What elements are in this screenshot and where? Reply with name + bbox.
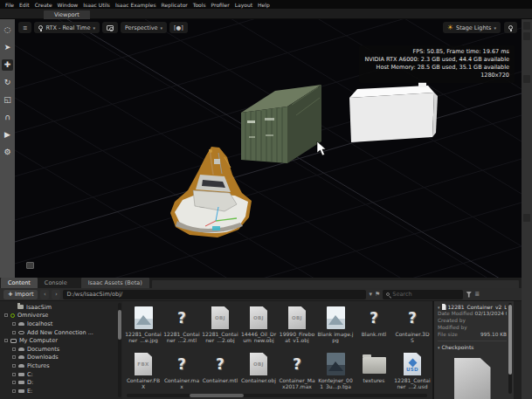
file-item[interactable]: USD12281_Container_...2.usd — [393, 349, 432, 396]
details-created-by: Created by — [438, 317, 507, 324]
viewport-toolbar: ≡ RTX - Real Time ▾ Perspective ▾ [●] — [18, 22, 188, 33]
expand-box-icon[interactable] — [4, 339, 8, 342]
forward-button[interactable]: › — [52, 290, 60, 299]
menu-edit[interactable]: Edit — [17, 2, 32, 8]
file-item[interactable]: ?Blank.mtl — [355, 303, 393, 349]
expand-box-icon[interactable] — [12, 322, 16, 326]
stage-lights-dropdown[interactable]: ☀ Stage Lights ▾ — [443, 22, 501, 33]
file-item[interactable]: 12281_Container_...e.jpg — [124, 303, 162, 349]
path-input[interactable]: D:/ws/IsaacSim/obj/ — [63, 290, 366, 299]
expand-box-icon[interactable] — [12, 355, 16, 359]
light-toggle-button[interactable] — [504, 22, 517, 33]
menu-tools[interactable]: Tools — [190, 2, 209, 8]
expand-box-icon[interactable] — [12, 364, 16, 368]
details-header[interactable]: ▾ 12281_Container_v2_L2.usd — [438, 304, 507, 310]
grid-horizontal-scrollbar[interactable] — [127, 394, 427, 397]
file-badge: OBJ — [253, 315, 264, 320]
search-input[interactable]: Search — [383, 290, 463, 299]
menu-create[interactable]: Create — [32, 2, 55, 8]
file-item[interactable]: ?Container.max — [162, 349, 201, 396]
renderer-dropdown[interactable]: RTX - Real Time ▾ — [34, 22, 99, 33]
viewport-3d[interactable]: ≡ RTX - Real Time ▾ Perspective ▾ [●] ☀ … — [15, 19, 522, 278]
expand-box-icon[interactable] — [12, 373, 16, 376]
path-dropdown-button[interactable]: ▾ — [369, 291, 372, 298]
menu-help[interactable]: Help — [255, 2, 273, 8]
back-icon: ‹ — [44, 291, 46, 298]
tree-item-documents[interactable]: Documents — [0, 345, 122, 354]
camera-dropdown[interactable]: Perspective ▾ — [121, 22, 167, 33]
tree-scrollbar[interactable] — [118, 303, 121, 397]
menu-profiler[interactable]: Profiler — [209, 2, 232, 8]
tree-item-drive-e[interactable]: E: — [0, 387, 122, 396]
stage-lights-label: Stage Lights — [456, 24, 491, 31]
menu-file[interactable]: File — [3, 2, 17, 8]
navigation-widget[interactable] — [26, 262, 34, 269]
expand-box-icon[interactable] — [12, 389, 16, 393]
camera-settings-button[interactable] — [102, 22, 118, 33]
move-tool-icon[interactable]: ✚ — [2, 59, 13, 71]
import-button[interactable]: + Import — [3, 290, 38, 299]
file-item[interactable]: textures — [355, 349, 393, 396]
tree-label: Omniverse — [17, 312, 48, 319]
rotate-tool-icon[interactable]: ↻ — [2, 77, 13, 88]
file-name: 12281_Container_...e.jpg — [125, 331, 162, 343]
tree-item-downloads[interactable]: Downloads — [0, 354, 122, 362]
file-item[interactable]: ?12281_Container_...2.mtl — [162, 303, 201, 349]
play-button-icon[interactable]: ▶ — [2, 129, 13, 141]
select-tool-icon[interactable]: ➤ — [2, 42, 13, 53]
scrollbar-thumb[interactable] — [118, 310, 121, 340]
capture-button[interactable]: [●] — [169, 22, 188, 33]
physics-tool-icon[interactable]: ⚙ — [2, 147, 13, 158]
tab-viewport[interactable]: Viewport — [44, 10, 90, 19]
expand-box-icon[interactable] — [4, 313, 8, 317]
tree-item-pictures[interactable]: Pictures — [0, 361, 122, 370]
tree-item-add-connection[interactable]: Add New Connection ... — [0, 328, 122, 337]
expand-box-icon[interactable] — [12, 381, 16, 384]
viewport-menu-button[interactable]: ≡ — [18, 22, 31, 33]
bookmark-icon[interactable]: ⚑ — [375, 291, 380, 298]
details-file-size: File size 995.10 KB — [438, 331, 507, 338]
menu-isaac-utils[interactable]: Isaac Utils — [80, 2, 113, 8]
tree-item-drive-d[interactable]: D: — [0, 378, 122, 387]
file-item[interactable]: OBJContainer.obj — [239, 349, 278, 396]
usd-file-icon — [442, 304, 446, 310]
menu-isaac-examples[interactable]: Isaac Examples — [113, 2, 159, 8]
tab-isaac-assets[interactable]: Isaac Assets (Beta) — [81, 278, 149, 288]
tree-item-my-computer[interactable]: My Computer — [0, 336, 122, 345]
expand-box-icon[interactable] — [12, 331, 16, 334]
menu-layout[interactable]: Layout — [232, 2, 255, 8]
scale-tool-icon[interactable]: ◱ — [2, 94, 13, 106]
tab-console[interactable]: Console — [38, 278, 74, 288]
focus-tool-icon[interactable]: ◌ — [2, 24, 13, 36]
snap-tool-icon[interactable]: ∩ — [2, 112, 13, 123]
tree-item-localhost[interactable]: localhost — [0, 320, 122, 328]
file-item[interactable]: Kontejner_001_3u...p.tga — [316, 349, 355, 396]
file-item[interactable]: OBJ12281_Container_...2.obj — [201, 303, 239, 349]
file-name: 14446_Oil_Drum_new.obj — [240, 331, 277, 343]
details-scrollbar[interactable] — [508, 303, 512, 394]
file-item[interactable]: OBJ14446_Oil_Drum_new.obj — [239, 303, 278, 349]
checkpoints-section-header[interactable]: ▾ Checkpoints — [438, 344, 507, 350]
file-item[interactable]: OBJ19990_Fireboat_v1.obj — [278, 303, 316, 349]
file-item[interactable]: ?Container.mtl — [201, 349, 239, 396]
file-item[interactable]: ?Container_Max2017.max — [278, 349, 316, 396]
file-item[interactable]: Blank image.jpg — [316, 303, 355, 349]
tree-item-isaacsim[interactable]: IsaacSim — [0, 303, 122, 312]
menu-replicator[interactable]: Replicator — [159, 2, 190, 8]
scrollbar-thumb[interactable] — [508, 305, 512, 375]
expand-box-icon[interactable] — [12, 347, 16, 351]
tab-content[interactable]: Content — [1, 278, 38, 288]
scrollbar-thumb[interactable] — [190, 394, 244, 397]
field-label: File size — [438, 331, 458, 338]
folder-icon — [17, 305, 24, 309]
back-button[interactable]: ‹ — [40, 290, 49, 299]
menu-window[interactable]: Window — [55, 2, 81, 8]
file-name: 12281_Container_...2.obj — [202, 331, 238, 343]
filter-icon[interactable] — [466, 292, 472, 298]
tree-item-omniverse[interactable]: Omniverse — [0, 312, 122, 320]
list-view-icon[interactable]: ≣ — [474, 291, 480, 298]
file-item[interactable]: ?Container.3DS — [393, 303, 432, 349]
tree-label: C: — [27, 371, 33, 378]
file-item[interactable]: FBXContainer.FBX — [124, 349, 162, 396]
tree-item-drive-c[interactable]: C: — [0, 370, 122, 379]
